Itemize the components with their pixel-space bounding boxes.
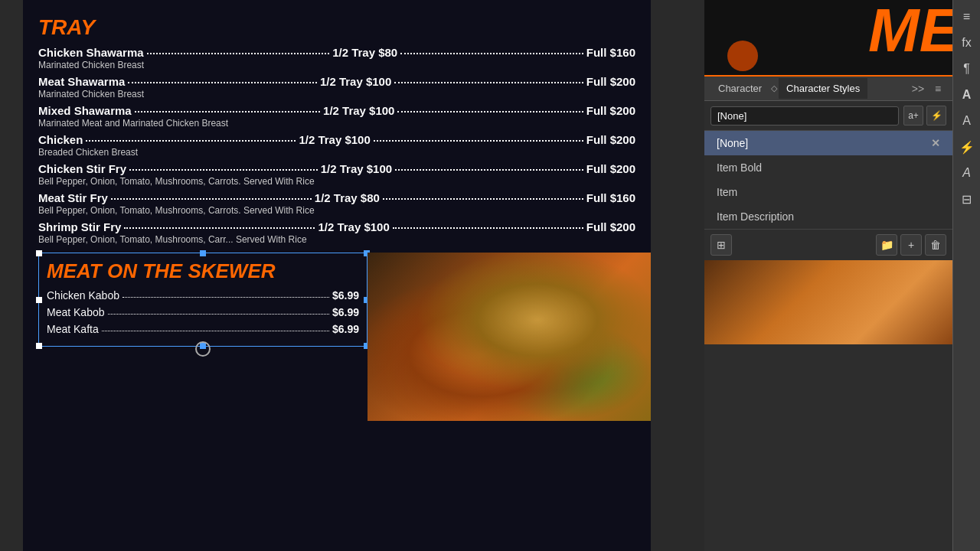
menu-document: TRAY Chicken Shawarma 1/2 Tray $80 Full … <box>23 0 651 551</box>
tray-item-dots2-6 <box>393 227 583 229</box>
tray-item-desc-5: Bell Pepper, Onion, Tomato, Mushrooms, C… <box>38 205 635 216</box>
tool-fx[interactable]: fx <box>956 32 978 54</box>
tray-item-dots-1 <box>128 82 317 83</box>
tray-item-half-2: 1/2 Tray $100 <box>323 104 394 117</box>
panel-preview-btn[interactable]: ⊞ <box>710 234 732 256</box>
bottom-preview-image <box>704 260 952 344</box>
tray-item-name-5: Meat Stir Fry <box>38 191 108 204</box>
tray-item-name-4: Chicken Stir Fry <box>38 162 126 175</box>
tray-item-desc-6: Bell Pepper, Onion, Tomato, Mushrooms, C… <box>38 234 635 245</box>
skewer-item-1: Meat Kabob $6.99 <box>47 306 359 318</box>
tool-character-a[interactable]: A <box>956 84 978 106</box>
kebab-image <box>368 253 651 421</box>
tray-item-dots2-2 <box>397 111 583 112</box>
tray-item-desc-2: Marinated Meat and Marinated Chicken Bre… <box>38 118 635 129</box>
style-item-3[interactable]: Item Description <box>704 204 952 229</box>
tray-item-dots-3 <box>86 140 296 142</box>
tray-item-dots-4 <box>129 169 318 171</box>
style-item-name-0: [None] <box>717 137 748 149</box>
tool-paragraph[interactable]: ¶ <box>956 58 978 80</box>
tool-lightning[interactable]: ⚡ <box>956 136 978 158</box>
style-item-close-0[interactable]: ✕ <box>931 137 940 149</box>
skewer-item-name-1: Meat Kabob <box>47 306 105 318</box>
skewer-item-price-1: $6.99 <box>332 306 359 318</box>
tab-character-styles[interactable]: Character Styles <box>779 78 867 99</box>
style-item-name-1: Item Bold <box>717 161 762 174</box>
skewer-item-dots-1 <box>108 314 329 315</box>
tray-item-desc-4: Bell Pepper, Onion, Tomato, Mushrooms, C… <box>38 176 635 187</box>
tray-item-4: Chicken Stir Fry 1/2 Tray $100 Full $200… <box>38 162 635 187</box>
panel-trash-btn[interactable]: 🗑 <box>925 234 946 256</box>
style-list: [None] ✕ Item BoldItemItem Description <box>704 131 952 229</box>
tray-title: TRAY <box>38 15 635 40</box>
tray-item-full-5: Full $160 <box>586 191 635 204</box>
handle-tm[interactable] <box>200 250 206 256</box>
tray-items: Chicken Shawarma 1/2 Tray $80 Full $160 … <box>38 46 635 245</box>
tray-item-dots2-4 <box>395 169 583 171</box>
none-dropdown[interactable]: [None] <box>710 106 899 126</box>
tray-item-line-5: Meat Stir Fry 1/2 Tray $80 Full $160 <box>38 191 635 204</box>
handle-bl[interactable] <box>36 343 42 349</box>
tray-item-0: Chicken Shawarma 1/2 Tray $80 Full $160 … <box>38 46 635 70</box>
tray-item-full-6: Full $200 <box>586 220 635 233</box>
tool-text-a[interactable]: A <box>956 162 978 184</box>
orange-circle-preview <box>727 41 758 71</box>
tray-item-line-4: Chicken Stir Fry 1/2 Tray $100 Full $200 <box>38 162 635 175</box>
panel-folder-btn[interactable]: 📁 <box>876 234 897 256</box>
tray-item-3: Chicken 1/2 Tray $100 Full $200 Breaded … <box>38 133 635 158</box>
tray-item-full-4: Full $200 <box>586 162 635 175</box>
tray-item-full-2: Full $200 <box>586 104 635 117</box>
lightning-btn[interactable]: ⚡ <box>926 106 946 126</box>
tab-character[interactable]: Character <box>710 78 769 99</box>
tray-item-line-3: Chicken 1/2 Tray $100 Full $200 <box>38 133 635 146</box>
tray-item-dots2-1 <box>394 82 583 83</box>
skewer-item-name-2: Meat Kafta <box>47 323 99 335</box>
tray-item-half-6: 1/2 Tray $100 <box>318 220 389 233</box>
character-panel: ME Character ◇ Character Styles >> ≡ [No… <box>704 0 952 551</box>
style-item-name-3: Item Description <box>717 210 794 223</box>
style-item-0[interactable]: [None] ✕ <box>704 131 952 155</box>
panel-bottom: ⊞ 📁 + 🗑 <box>704 229 952 260</box>
handle-ml[interactable] <box>36 297 42 303</box>
panel-new-btn[interactable]: + <box>900 234 922 256</box>
expand-panel-icon[interactable]: >> <box>910 80 926 97</box>
panel-tabs: Character ◇ Character Styles >> ≡ <box>704 77 952 101</box>
handle-tl[interactable] <box>36 250 42 256</box>
tray-item-name-1: Meat Shawarma <box>38 75 125 88</box>
style-item-1[interactable]: Item Bold <box>704 155 952 180</box>
center-indicator <box>195 341 211 357</box>
tray-item-desc-3: Breaded Chicken Breast <box>38 147 635 158</box>
panel-menu-icon[interactable]: ≡ <box>929 80 946 97</box>
skewer-item-dots-2 <box>102 331 329 331</box>
tray-item-5: Meat Stir Fry 1/2 Tray $80 Full $160 Bel… <box>38 191 635 216</box>
right-toolbar: ≡ fx ¶ A A ⚡ A ⊟ <box>952 0 980 551</box>
shortcut-btn[interactable]: a+ <box>903 106 923 126</box>
style-item-2[interactable]: Item <box>704 180 952 204</box>
char-styles-header: [None] a+ ⚡ <box>704 101 952 131</box>
tray-item-name-2: Mixed Shawarma <box>38 104 132 117</box>
tray-item-dots2-0 <box>400 53 583 54</box>
skewer-item-price-2: $6.99 <box>332 323 359 335</box>
skewer-section: MEAT ON THE SKEWER Chicken Kabob $6.99 M… <box>38 253 635 347</box>
tray-item-dots-6 <box>124 227 315 229</box>
tray-item-dots-5 <box>111 198 312 200</box>
tray-item-6: Shrimp Stir Fry 1/2 Tray $100 Full $200 … <box>38 220 635 245</box>
char-styles-btns: a+ ⚡ <box>903 106 946 126</box>
tray-item-1: Meat Shawarma 1/2 Tray $100 Full $200 Ma… <box>38 75 635 99</box>
tool-character-a2[interactable]: A <box>956 110 978 132</box>
skewer-items: Chicken Kabob $6.99 Meat Kabob $6.99 Mea… <box>47 289 359 335</box>
tray-item-2: Mixed Shawarma 1/2 Tray $100 Full $200 M… <box>38 104 635 129</box>
tool-layers[interactable]: ≡ <box>956 6 978 28</box>
tray-item-half-0: 1/2 Tray $80 <box>332 46 397 59</box>
kebab-image-inner <box>368 253 651 421</box>
tray-item-name-6: Shrimp Stir Fry <box>38 220 121 233</box>
tray-item-line-0: Chicken Shawarma 1/2 Tray $80 Full $160 <box>38 46 635 59</box>
me-text: ME <box>868 0 952 61</box>
skewer-item-dots-0 <box>122 297 329 298</box>
tray-item-full-1: Full $200 <box>586 75 635 88</box>
tray-item-dots-0 <box>147 53 330 54</box>
tray-item-desc-0: Marinated Chicken Breast <box>38 60 635 70</box>
tool-list[interactable]: ⊟ <box>956 188 978 210</box>
skewer-text-box: MEAT ON THE SKEWER Chicken Kabob $6.99 M… <box>38 253 368 347</box>
tray-item-name-0: Chicken Shawarma <box>38 46 144 59</box>
